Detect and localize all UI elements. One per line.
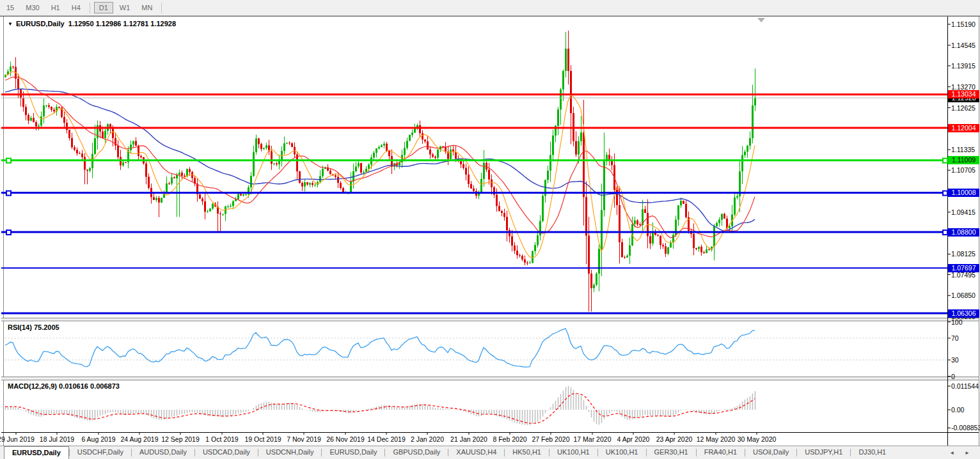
date-axis-label: 18 Jul 2019 [40,435,74,443]
hline-price-badge: 1.07697 [948,264,979,272]
symbol-tab-11[interactable]: GER30,H1 [647,446,696,459]
date-axis-label: 2 Jan 2020 [411,435,444,443]
price-axis-tick: 1.06850 [951,292,976,299]
symbol-tab-14[interactable]: USDJPY,H1 [797,446,850,459]
hline-handle [943,159,947,163]
date-axis-label: 8 Feb 2020 [493,435,526,443]
hline-handle [6,230,11,235]
symbol-tab-4[interactable]: USDCNH,Daily [258,446,322,459]
tab-scroll-arrows: ◄► [944,446,980,459]
macd-axis-tick: 0.00 [951,406,964,414]
symbol-tab-6[interactable]: GBPUSD,Daily [385,446,448,459]
price-axis-tick: 1.09415 [951,208,976,216]
date-axis-label: 21 Jan 2020 [450,435,487,443]
price-axis-tick: 1.10705 [951,166,976,174]
hline-handle [6,191,11,196]
price-axis-tick: 1.12625 [951,104,976,112]
rsi-axis-tick: 100 [951,318,963,326]
date-axis-label: 23 Apr 2020 [656,435,693,443]
symbol-tab-2[interactable]: AUDUSD,Daily [132,446,194,459]
chart-title: ▼EURUSD,Daily 1.12950 1.12986 1.12781 1.… [8,20,176,27]
collapse-icon[interactable]: ▼ [8,21,13,27]
price-axis-tick: 1.08125 [951,250,976,258]
date-axis-label: 14 Dec 2019 [367,435,406,443]
date-axis-label: 24 Aug 2019 [121,435,159,443]
hline-price-badge: 1.08800 [948,228,979,237]
hline-price-badge: 1.06306 [948,309,979,318]
price-axis-tick: 1.14545 [951,42,976,49]
date-axis-label: 27 Feb 2020 [532,435,570,443]
hline-price-badge: 1.12004 [948,124,979,132]
date-axis-label: 30 May 2020 [738,435,777,443]
macd-axis-tick: -0.008853 [951,424,980,432]
symbol-tab-15[interactable]: DJ30,H1 [851,446,894,459]
date-axis-label: 4 Apr 2020 [617,435,650,443]
chart-symbol: EURUSD,Daily [16,20,65,27]
chart-canvas[interactable] [0,0,980,459]
rsi-label: RSI(14) 75.2005 [8,323,59,331]
price-axis-tick: 1.13915 [951,62,976,70]
date-axis-label: 19 Oct 2019 [244,435,281,443]
symbol-tab-7[interactable]: XAUUSD,H4 [448,446,504,459]
hline-price-badge: 1.13034 [948,90,979,98]
macd-label: MACD(12,26,9) 0.010616 0.006873 [8,382,120,390]
hline-price-badge: 1.10008 [948,189,979,197]
hline-price-badge: 1.11009 [948,156,979,164]
symbol-tab-8[interactable]: HK50,H1 [505,446,549,459]
rsi-axis-tick: 0 [951,373,955,380]
symbol-tab-3[interactable]: USDCAD,Daily [195,446,258,459]
date-axis-label: 1 Oct 2019 [205,435,238,443]
date-axis-label: 12 Sep 2019 [161,435,200,443]
rsi-axis-tick: 30 [951,356,959,364]
symbol-tab-0[interactable]: EURUSD,Daily [4,446,69,459]
price-axis-tick: 1.11335 [951,146,975,153]
date-axis-label: 17 Mar 2020 [574,435,612,443]
price-axis-tick: 1.15190 [951,20,976,28]
date-axis-label: 7 Nov 2019 [287,435,321,443]
date-axis-label: 26 Nov 2019 [326,435,365,443]
date-axis-label: 29 Jun 2019 [0,435,35,443]
symbol-tab-12[interactable]: FRA40,H1 [697,446,745,459]
date-axis-label: 6 Aug 2019 [81,435,115,443]
date-axis-label: 12 May 2020 [697,435,736,443]
hline-handle [943,230,947,235]
tab-scroll-left-icon[interactable]: ◄ [944,450,960,456]
symbol-tab-1[interactable]: USDCHF,Daily [70,446,131,459]
symbol-tab-5[interactable]: EURUSD,Daily [322,446,384,459]
symbol-tabbar: EURUSD,DailyUSDCHF,DailyAUDUSD,DailyUSDC… [0,446,980,459]
hline-handle [943,191,947,196]
hline-handle [6,159,11,163]
symbol-tab-10[interactable]: UK100,H1 [598,446,646,459]
tab-scroll-right-icon[interactable]: ► [960,450,975,456]
macd-axis-tick: 0.011544 [951,382,979,390]
chart-ohlc: 1.12950 1.12986 1.12781 1.12928 [68,20,176,27]
rsi-axis-tick: 70 [951,334,959,342]
symbol-tab-13[interactable]: USOil,Daily [745,446,796,459]
symbol-tab-9[interactable]: UK100,H1 [549,446,597,459]
